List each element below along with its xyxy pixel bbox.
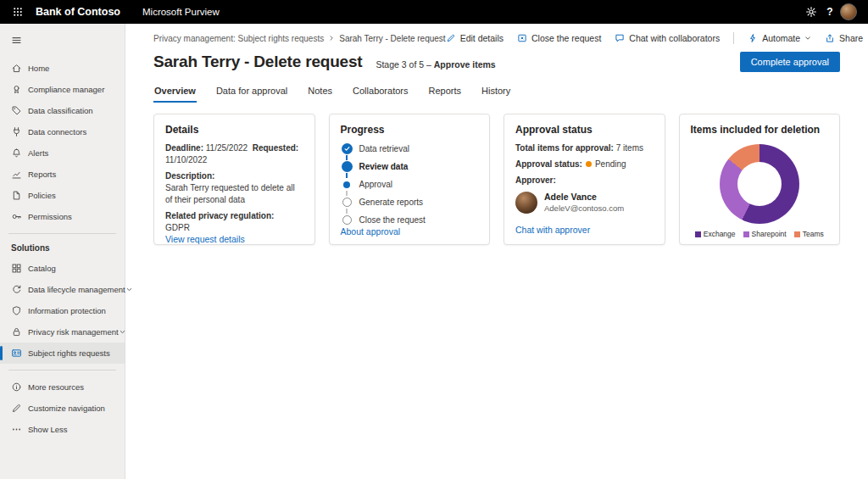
share-icon: [825, 33, 835, 43]
progress-card-title: Progress: [341, 124, 479, 136]
status-badge: Pending: [595, 159, 626, 169]
sidebar-item-alerts[interactable]: Alerts: [0, 142, 125, 164]
legend-item-teams: Teams: [794, 230, 824, 238]
sidebar-item-reports[interactable]: Reports: [0, 164, 125, 185]
person-card-icon: [11, 348, 22, 359]
approver-email: AdeleV@contoso.com: [544, 203, 624, 214]
shield-icon: [11, 305, 22, 316]
lightning-flow-icon: [748, 33, 758, 43]
grid-icon: [11, 263, 22, 274]
description-label: Description:: [165, 170, 303, 182]
org-name[interactable]: Bank of Contoso: [36, 6, 120, 18]
step-close-request: Close the request: [341, 214, 479, 226]
pencil-icon: [446, 33, 456, 43]
sidebar-item-show-less[interactable]: Show Less: [0, 419, 125, 440]
sidebar-item-data-connectors[interactable]: Data connectors: [0, 121, 125, 142]
chevron-down-icon: [119, 328, 126, 336]
tab-history[interactable]: History: [481, 82, 511, 103]
sidebar-item-catalog[interactable]: Catalog: [0, 258, 125, 279]
chat-collaborators-button[interactable]: Chat with collaborators: [615, 33, 720, 43]
document-icon: [11, 190, 22, 201]
about-approval-link[interactable]: About approval: [341, 226, 479, 237]
help-icon[interactable]: ?: [821, 3, 839, 21]
sidebar-item-more-resources[interactable]: More resources: [0, 376, 125, 398]
progress-card: Progress Data retrieval Review data Appr…: [329, 114, 491, 245]
step-generate-reports: Generate reports: [341, 196, 479, 209]
legend-item-sharepoint: Sharepoint: [743, 230, 787, 238]
compliance-manager-icon: [11, 84, 22, 95]
step-complete-check-icon: [342, 143, 353, 154]
tag-icon: [11, 105, 22, 116]
user-avatar[interactable]: [839, 3, 858, 21]
sidebar-item-compliance-manager[interactable]: Compliance manager: [0, 79, 125, 100]
home-icon: [11, 63, 22, 74]
settings-gear-icon[interactable]: [802, 3, 821, 21]
trend-chart-icon: [11, 169, 22, 180]
chart-legend: Exchange Sharepoint Teams: [691, 230, 829, 238]
tab-notes[interactable]: Notes: [307, 82, 333, 103]
waffle-menu-icon[interactable]: [8, 3, 27, 21]
complete-approval-button[interactable]: Complete approval: [740, 52, 840, 72]
key-icon: [11, 211, 22, 222]
share-button[interactable]: Share: [825, 33, 868, 43]
command-bar: Edit details Close the request Chat with…: [446, 32, 868, 44]
breadcrumb: Privacy management: Subject rights reque…: [153, 34, 446, 43]
breadcrumb-root[interactable]: Privacy management: Subject rights reque…: [153, 34, 324, 43]
edit-details-button[interactable]: Edit details: [446, 33, 504, 43]
description-text: Sarah Terry requested to delete all of t…: [165, 182, 303, 206]
items-card-title: Items included for deletion: [691, 124, 829, 136]
tab-collaborators[interactable]: Collaborators: [352, 82, 409, 103]
lifecycle-refresh-icon: [11, 284, 22, 295]
ellipsis-icon: [11, 424, 22, 435]
close-request-button[interactable]: Close the request: [517, 33, 601, 43]
solutions-header: Solutions: [0, 240, 125, 258]
page-title: Sarah Terry - Delete request: [153, 53, 362, 71]
connector-plug-icon: [11, 126, 22, 137]
approval-status-row: Approval status:Pending: [515, 159, 654, 170]
approval-status-card: Approval status Total items for approval…: [504, 114, 665, 245]
legend-item-exchange: Exchange: [695, 230, 736, 238]
divider: [8, 370, 116, 370]
details-card: Details Deadline: 11/25/2022 Requested: …: [153, 114, 315, 245]
sidebar-item-data-lifecycle-management[interactable]: Data lifecycle management: [0, 279, 125, 300]
sidebar-item-customize-navigation[interactable]: Customize navigation: [0, 398, 125, 419]
close-box-icon: [517, 33, 527, 43]
sidebar-item-permissions[interactable]: Permissions: [0, 206, 125, 227]
sidebar-item-policies[interactable]: Policies: [0, 185, 125, 206]
breadcrumb-current: Sarah Terry - Delete request: [339, 34, 445, 43]
regulation-value: GDPR: [165, 222, 303, 234]
sidebar-item-privacy-risk-management[interactable]: Privacy risk management: [0, 321, 125, 343]
tab-data-for-approval[interactable]: Data for approval: [215, 82, 288, 103]
sidebar-item-information-protection[interactable]: Information protection: [0, 300, 125, 321]
main-content: Privacy management: Subject rights reque…: [125, 24, 868, 479]
sidebar-item-data-classification[interactable]: Data classification: [0, 100, 125, 121]
approver-label: Approver:: [515, 175, 654, 187]
view-request-details-link[interactable]: View request details: [165, 234, 303, 244]
legend-swatch: [794, 231, 800, 237]
divider: [733, 32, 734, 44]
step-todo-circle-icon: [342, 215, 352, 225]
chat-bubble-icon: [615, 33, 625, 43]
items-deletion-card: Items included for deletion Exchange Sha…: [679, 114, 841, 245]
chevron-down-icon: [804, 35, 811, 42]
step-approval: Approval: [341, 178, 479, 191]
collapse-nav-icon[interactable]: [0, 29, 125, 58]
tab-reports[interactable]: Reports: [427, 82, 462, 103]
legend-swatch: [695, 231, 701, 237]
tab-bar: Overview Data for approval Notes Collabo…: [153, 82, 840, 103]
step-todo-circle-icon: [342, 198, 352, 207]
lock-icon: [11, 326, 22, 337]
details-card-title: Details: [165, 124, 303, 136]
regulation-label: Related privacy regulation:: [165, 210, 303, 222]
sidebar-item-home[interactable]: Home: [0, 58, 125, 79]
product-name[interactable]: Microsoft Purview: [142, 7, 220, 17]
approver-persona[interactable]: Adele Vance AdeleV@contoso.com: [515, 192, 654, 214]
automate-button[interactable]: Automate: [748, 33, 811, 43]
status-dot: [586, 161, 592, 167]
tab-overview[interactable]: Overview: [153, 82, 197, 103]
chat-with-approver-link[interactable]: Chat with approver: [515, 225, 654, 235]
app-top-bar: Bank of Contoso Microsoft Purview ?: [0, 0, 868, 24]
sidebar-item-subject-rights-requests[interactable]: Subject rights requests: [0, 343, 125, 364]
approver-name: Adele Vance: [544, 192, 624, 203]
approver-avatar: [515, 192, 537, 214]
